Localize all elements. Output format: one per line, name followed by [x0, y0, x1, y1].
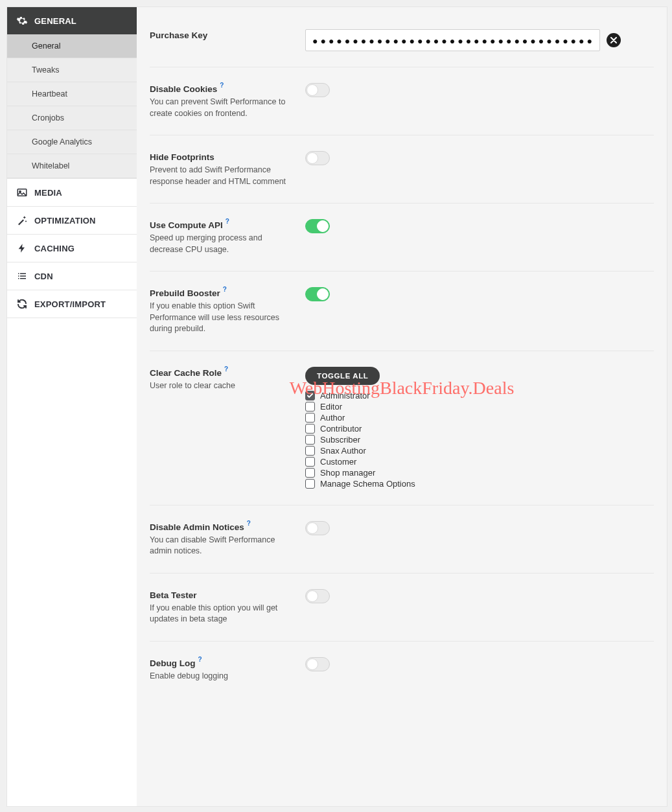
disable-cookies-toggle[interactable] [305, 83, 330, 97]
row-clear-cache-role: Clear Cache Role?User role to clear cach… [150, 351, 654, 505]
checkbox[interactable] [305, 468, 315, 478]
toggle-knob [307, 152, 318, 164]
image-icon [16, 187, 28, 198]
debug-log-toggle[interactable] [305, 657, 330, 671]
row-purchase-key: Purchase Key ●●●●●●●●●●●●●●●●●●●●●●●●●●●… [150, 14, 654, 67]
toggle-all-button[interactable]: TOGGLE ALL [305, 367, 380, 385]
checkbox[interactable] [305, 413, 315, 423]
nav-section-export-import[interactable]: EXPORT/IMPORT [7, 290, 137, 318]
bolt-icon [16, 242, 28, 254]
help-icon[interactable]: ? [220, 82, 224, 89]
toggle-knob [307, 658, 318, 670]
help-icon[interactable]: ? [198, 656, 202, 663]
debug-log-label: Debug Log? [150, 658, 201, 668]
nav-section-caching[interactable]: CACHING [7, 234, 137, 262]
checkbox[interactable] [305, 479, 315, 489]
row-prebuild-booster: Prebuild Booster?If you enable this opti… [150, 272, 654, 351]
role-label: Author [320, 413, 345, 423]
sidebar-item-heartbeat[interactable]: Heartbeat [7, 82, 137, 106]
role-label: Editor [320, 402, 342, 412]
app-frame: GENERALGeneralTweaksHeartbeatCronjobsGoo… [6, 6, 667, 807]
role-label: Subscriber [320, 435, 360, 445]
toggle-knob [307, 84, 318, 96]
sidebar-item-google-analytics[interactable]: Google Analytics [7, 130, 137, 154]
disable-admin-notices-toggle[interactable] [305, 521, 330, 535]
help-icon[interactable]: ? [226, 218, 229, 225]
nav-section-general[interactable]: GENERAL [7, 7, 137, 34]
role-option[interactable]: Author [305, 412, 654, 423]
disable-cookies-description: You can prevent Swift Performance to cre… [150, 97, 297, 119]
refresh-icon [16, 298, 28, 310]
wand-icon [16, 215, 28, 226]
role-option[interactable]: Manage Schema Options [305, 478, 654, 489]
toggle-knob [317, 288, 329, 300]
checkbox[interactable] [305, 446, 315, 456]
role-option[interactable]: Editor [305, 401, 654, 412]
role-checklist: AdministratorEditorAuthorContributorSubs… [305, 390, 654, 489]
use-compute-api-toggle[interactable] [305, 219, 330, 233]
nav-section-label: CACHING [34, 244, 75, 253]
checkbox[interactable] [305, 402, 315, 412]
nav-section-label: EXPORT/IMPORT [34, 299, 106, 309]
sidebar-item-cronjobs[interactable]: Cronjobs [7, 106, 137, 130]
clear-purchase-key-button[interactable] [607, 33, 621, 47]
help-icon[interactable]: ? [224, 365, 228, 373]
close-icon [610, 37, 617, 43]
row-hide-footprints: Hide FootprintsPrevent to add Swift Perf… [150, 135, 654, 203]
nav-section-cdn[interactable]: CDN [7, 262, 137, 290]
purchase-key-mask: ●●●●●●●●●●●●●●●●●●●●●●●●●●●●●●●●●●● [312, 36, 595, 46]
nav-section-media[interactable]: MEDIA [7, 178, 137, 206]
purchase-key-input[interactable]: ●●●●●●●●●●●●●●●●●●●●●●●●●●●●●●●●●●● [305, 29, 600, 51]
subnav-general: GeneralTweaksHeartbeatCronjobsGoogle Ana… [7, 34, 137, 178]
clear-cache-role-description: User role to clear cache [150, 380, 297, 392]
role-option[interactable]: Shop manager [305, 467, 654, 478]
gear-icon [16, 15, 28, 27]
list-icon [16, 270, 28, 282]
role-option[interactable]: Contributor [305, 423, 654, 434]
prebuild-booster-description: If you enable this option Swift Performa… [150, 301, 297, 335]
role-option[interactable]: Snax Author [305, 445, 654, 456]
beta-tester-toggle[interactable] [305, 589, 330, 603]
debug-log-description: Enable debug logging [150, 671, 297, 682]
toggle-knob [317, 220, 329, 232]
beta-tester-description: If you enable this option you will get u… [150, 603, 297, 625]
beta-tester-label: Beta Tester [150, 590, 197, 600]
hide-footprints-description: Prevent to add Swift Performance respons… [150, 165, 297, 187]
nav-section-label: GENERAL [34, 16, 76, 26]
toggle-knob [307, 522, 318, 534]
disable-admin-notices-description: You can disable Swift Performance admin … [150, 535, 297, 557]
role-option[interactable]: Customer [305, 456, 654, 467]
role-label: Contributor [320, 424, 362, 434]
nav-section-optimization[interactable]: OPTIMIZATION [7, 206, 137, 234]
hide-footprints-label: Hide Footprints [150, 152, 214, 162]
role-label: Snax Author [320, 446, 366, 456]
checkbox[interactable] [305, 424, 315, 434]
row-disable-cookies: Disable Cookies?You can prevent Swift Pe… [150, 67, 654, 135]
row-beta-tester: Beta TesterIf you enable this option you… [150, 574, 654, 642]
role-label: Customer [320, 457, 356, 467]
nav-section-label: CDN [34, 272, 53, 281]
toggle-knob [307, 590, 318, 602]
checkbox[interactable] [305, 435, 315, 445]
nav-section-label: OPTIMIZATION [34, 216, 96, 226]
prebuild-booster-toggle[interactable] [305, 287, 330, 301]
checkbox[interactable] [305, 457, 315, 467]
help-icon[interactable]: ? [247, 520, 251, 527]
use-compute-api-label: Use Compute API? [150, 220, 228, 230]
purchase-key-label: Purchase Key [150, 30, 207, 40]
row-debug-log: Debug Log?Enable debug logging [150, 642, 654, 698]
role-option[interactable]: Subscriber [305, 434, 654, 445]
checkbox[interactable] [305, 391, 315, 400]
settings-panel: Purchase Key ●●●●●●●●●●●●●●●●●●●●●●●●●●●… [137, 7, 667, 806]
row-use-compute-api: Use Compute API?Speed up merging process… [150, 203, 654, 272]
sidebar-item-tweaks[interactable]: Tweaks [7, 58, 137, 82]
use-compute-api-description: Speed up merging process and decrease CP… [150, 233, 297, 255]
sidebar-item-general-sub[interactable]: General [7, 34, 137, 58]
disable-cookies-label: Disable Cookies? [150, 84, 222, 94]
hide-footprints-toggle[interactable] [305, 151, 330, 165]
role-option[interactable]: Administrator [305, 390, 654, 401]
help-icon[interactable]: ? [223, 286, 227, 293]
role-label: Administrator [320, 391, 370, 400]
sidebar-item-whitelabel[interactable]: Whitelabel [7, 154, 137, 178]
prebuild-booster-label: Prebuild Booster? [150, 288, 226, 298]
